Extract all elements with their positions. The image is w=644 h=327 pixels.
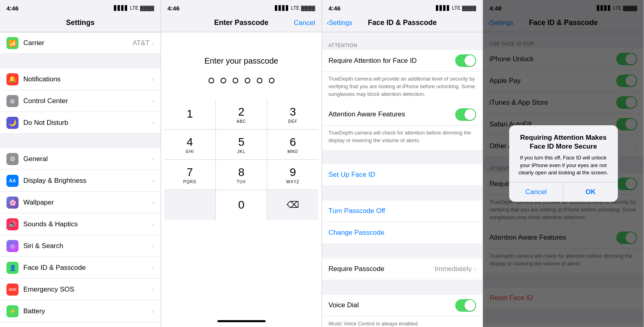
passcode-title: Enter Passcode — [214, 19, 268, 27]
require-desc: TrueDepth camera will provide an additio… — [322, 72, 483, 104]
back-button-3[interactable]: ‹ Settings — [327, 19, 352, 27]
siri-row[interactable]: ◎ Siri & Search › — [0, 235, 161, 257]
key-delete[interactable]: ⌫ — [267, 190, 318, 220]
carrier-label: Carrier — [23, 39, 132, 47]
divider-6 — [322, 244, 483, 259]
signal-icon-1: ▋▋▋▋ — [114, 5, 128, 11]
wallpaper-row[interactable]: 🌸 Wallpaper › — [0, 192, 161, 213]
settings-title: Settings — [66, 19, 95, 27]
do-not-disturb-label: Do Not Disturb — [23, 119, 152, 127]
dialog-content: Requiring Attention Makes Face ID More S… — [509, 125, 618, 182]
setup-faceid-row[interactable]: Set Up Face ID — [322, 164, 483, 186]
voice-dial-toggle[interactable] — [455, 299, 476, 312]
key-3[interactable]: 3 DEF — [267, 99, 318, 129]
require-attention-toggle[interactable] — [455, 54, 476, 67]
battery-icon-3: ▓▓▓▓ — [462, 5, 476, 11]
control-center-label: Control Center — [23, 97, 152, 105]
wallpaper-label: Wallpaper — [23, 199, 152, 207]
home-bar-2 — [217, 320, 266, 322]
dot-6 — [269, 78, 275, 83]
faceid-panel-4: 4:48 ▋▋▋▋ LTE ▓▓▓▓ ‹ Settings Face ID & … — [483, 0, 644, 327]
carrier-row[interactable]: 📶 Carrier AT&T › — [0, 32, 161, 54]
dialog-ok-button[interactable]: OK — [564, 182, 618, 202]
numpad-row-3: 7 PQRS 8 TUV 9 WXYZ — [164, 159, 318, 190]
faceid-title: Face ID & Passcode — [368, 19, 437, 27]
key-6[interactable]: 6 MNO — [267, 130, 318, 159]
key-1[interactable]: 1 — [164, 99, 216, 129]
divider-7 — [322, 280, 483, 295]
battery-label: Battery — [23, 307, 152, 315]
require-passcode-row[interactable]: Require Passcode Immediately › — [322, 259, 483, 280]
key-4[interactable]: 4 GHI — [164, 130, 216, 159]
dialog-message: If you turn this off, Face ID will unloc… — [516, 154, 611, 176]
notifications-row[interactable]: 🔔 Notifications › — [0, 68, 161, 90]
faceid-nav: ‹ Settings Face ID & Passcode — [322, 14, 483, 32]
emergency-row[interactable]: SOS Emergency SOS › — [0, 279, 161, 300]
key-9-num: 9 — [290, 166, 296, 179]
carrier-icon: 📶 — [6, 37, 19, 49]
sounds-chevron: › — [152, 221, 154, 228]
time-1: 4:46 — [6, 5, 19, 12]
battery-icon-1: ▓▓▓▓ — [140, 5, 154, 11]
sounds-row[interactable]: 🔊 Sounds & Haptics › — [0, 213, 161, 235]
control-center-chevron: › — [152, 97, 154, 105]
emergency-label: Emergency SOS — [23, 286, 152, 294]
change-passcode-row[interactable]: Change Passcode — [322, 222, 483, 244]
attention-aware-toggle[interactable] — [455, 108, 476, 121]
key-7-num: 7 — [187, 166, 193, 179]
signal-icon-3: ▋▋▋▋ — [436, 5, 450, 11]
passcode-nav: Enter Passcode Cancel — [161, 14, 322, 32]
voice-dial-row[interactable]: Voice Dial — [322, 295, 483, 317]
general-label: General — [23, 155, 152, 163]
req-pass-label: Require Passcode — [328, 265, 435, 273]
attention-aware-row[interactable]: Attention Aware Features — [322, 104, 483, 126]
require-attention-row[interactable]: Require Attention for Face ID — [322, 50, 483, 72]
general-row[interactable]: ⚙ General › — [0, 148, 161, 170]
key-5[interactable]: 5 JKL — [216, 130, 267, 159]
key-3-num: 3 — [290, 106, 296, 118]
network-icon-1: LTE — [130, 5, 138, 11]
attention-header: ATTENTION — [322, 40, 483, 50]
time-2: 4:46 — [167, 5, 180, 12]
faceid-icon: 👤 — [6, 262, 19, 274]
dialog-overlay: Requiring Attention Makes Face ID More S… — [483, 0, 644, 327]
faceid-row[interactable]: 👤 Face ID & Passcode › — [0, 257, 161, 279]
dialog-buttons: Cancel OK — [509, 182, 618, 202]
siri-chevron: › — [152, 242, 154, 250]
toggle-knob-3 — [464, 300, 475, 311]
turn-off-label: Turn Passcode Off — [328, 207, 476, 215]
divider-5 — [322, 186, 483, 201]
display-icon: AA — [6, 175, 19, 187]
dot-4 — [245, 78, 250, 83]
display-chevron: › — [152, 177, 154, 184]
key-empty — [164, 190, 216, 220]
faceid-label: Face ID & Passcode — [23, 264, 152, 272]
key-2[interactable]: 2 ABC — [216, 99, 267, 129]
passcode-panel: 4:46 ▋▋▋▋ LTE ▓▓▓▓ Enter Passcode Cancel… — [161, 0, 322, 327]
key-7[interactable]: 7 PQRS — [164, 160, 216, 190]
cancel-button[interactable]: Cancel — [294, 19, 315, 27]
dot-2 — [221, 78, 226, 83]
do-not-disturb-row[interactable]: 🌙 Do Not Disturb › — [0, 112, 161, 134]
key-0[interactable]: 0 — [216, 190, 267, 220]
key-9[interactable]: 9 WXYZ — [267, 160, 318, 190]
privacy-row[interactable]: ✋ Privacy › — [0, 322, 161, 327]
network-icon-3: LTE — [452, 5, 460, 11]
display-brightness-row[interactable]: AA Display & Brightness › — [0, 170, 161, 192]
key-1-num: 1 — [187, 108, 193, 120]
control-center-row[interactable]: ⊞ Control Center › — [0, 90, 161, 112]
dialog-cancel-button[interactable]: Cancel — [509, 182, 564, 202]
turn-off-row[interactable]: Turn Passcode Off — [322, 201, 483, 222]
sounds-icon: 🔊 — [6, 218, 19, 230]
settings-nav: Settings — [0, 14, 161, 32]
attention-aware-label: Attention Aware Features — [328, 110, 455, 118]
battery-row[interactable]: ⚡ Battery › — [0, 300, 161, 322]
voice-dial-label: Voice Dial — [328, 301, 455, 309]
control-center-icon: ⊞ — [6, 95, 19, 107]
status-bar-1: 4:46 ▋▋▋▋ LTE ▓▓▓▓ — [0, 0, 161, 14]
siri-icon: ◎ — [6, 240, 19, 252]
key-8[interactable]: 8 TUV — [216, 160, 267, 190]
require-attention-label: Require Attention for Face ID — [328, 57, 455, 65]
passcode-prompt: Enter your passcode — [204, 56, 278, 66]
numpad: 1 2 ABC 3 DEF 4 GHI 5 J — [161, 99, 322, 220]
